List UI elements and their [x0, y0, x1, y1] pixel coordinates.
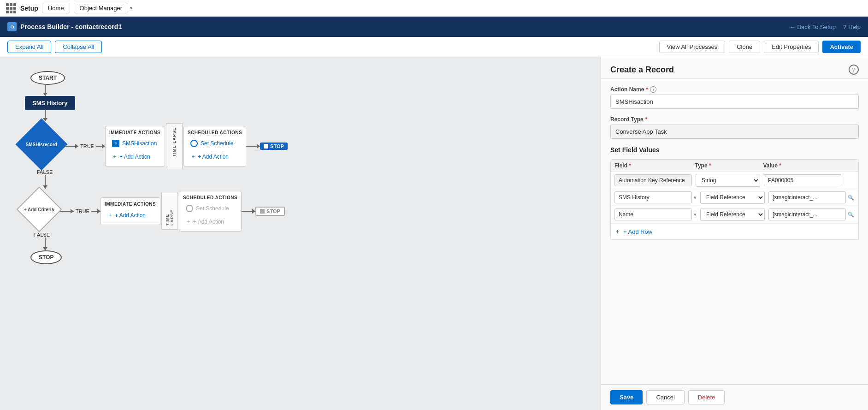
fv-row-3: ▾ String Field Reference Formula 🔍 [611, 206, 858, 223]
fv-row1-value-cell [764, 174, 841, 186]
set-field-values-title: Set Field Values [610, 146, 859, 154]
panel-title: Create a Record [610, 65, 674, 75]
app-grid-icon[interactable] [6, 3, 17, 14]
action-name-required: * [646, 86, 648, 93]
plus-icon-4: ＋ [186, 218, 191, 226]
scheduled-actions-box-2: SCHEDULED ACTIONS Set Schedule ＋ + Add A… [179, 191, 242, 232]
add-action-btn-3[interactable]: ＋ + Add Action [105, 209, 156, 221]
toolbar-right: View All Processes Clone Edit Properties… [659, 41, 861, 53]
record-type-display: Converse App Task [610, 125, 859, 139]
action-name-input[interactable] [610, 95, 859, 109]
time-lapse-box-1: TIME LAPSE [166, 123, 183, 169]
object-manager-nav[interactable]: Object Manager ▾ [74, 3, 133, 13]
expand-all-button[interactable]: Expand All [7, 41, 51, 53]
sms-his-action-icon: ≡ [112, 140, 119, 147]
fv-row1-field-cell [614, 174, 692, 186]
collapse-all-button[interactable]: Collapse All [55, 41, 102, 53]
arrow-false-2 [45, 238, 46, 250]
fv-row3-field-input[interactable] [614, 208, 692, 220]
stop-square-icon-2 [260, 209, 265, 214]
connector-true-1b [96, 146, 105, 147]
fv-row1-type-select[interactable]: String Field Reference Formula [696, 174, 760, 187]
fv-row3-chevron: ▾ [694, 212, 697, 218]
immediate-actions-title-2: IMMEDIATE ACTIONS [105, 202, 156, 207]
pb-header-right: ← Back To Setup ? Help [789, 24, 861, 30]
fv-row3-remove-btn[interactable]: × [858, 211, 859, 218]
setup-title: Setup [20, 5, 38, 12]
home-button[interactable]: Home [42, 3, 70, 13]
panel-footer: Save Cancel Delete [601, 384, 868, 410]
fv-row2-search-icon[interactable]: 🔍 [848, 195, 854, 201]
criteria-row-2: + Add Criteria FALSE TRUE IMMEDIATE ACTI… [18, 189, 285, 238]
help-link[interactable]: ? Help [843, 24, 861, 30]
back-arrow-icon: ← [789, 24, 795, 30]
clock-icon-2 [186, 205, 193, 212]
fv-row3-search-icon[interactable]: 🔍 [848, 212, 854, 218]
panel-help-icon[interactable]: ? [849, 65, 859, 75]
record-type-required: * [645, 116, 648, 123]
add-row-button[interactable]: ＋ + Add Row [611, 223, 858, 239]
fv-row3-value-cell: 🔍 [768, 208, 854, 220]
start-node: START [30, 71, 65, 85]
true-label-2: TRUE [76, 208, 89, 214]
time-lapse-label-1: TIME LAPSE [172, 127, 177, 157]
false-arrow-2-wrapper [45, 238, 46, 250]
fv-row1-field-input[interactable] [614, 174, 692, 186]
sms-his-action-label: SMSHisaction [122, 140, 157, 147]
object-manager-button[interactable]: Object Manager [74, 3, 129, 13]
add-criteria-wrapper: + Add Criteria FALSE [18, 189, 60, 238]
fv-row3-type-cell: String Field Reference Formula [700, 208, 765, 221]
add-action-btn-1[interactable]: ＋ + Add Action [109, 151, 161, 162]
sms-history-node[interactable]: SMS History [25, 96, 75, 110]
action-name-info-icon[interactable]: i [650, 86, 656, 93]
save-button[interactable]: Save [610, 390, 643, 404]
record-type-label: Record Type * [610, 116, 859, 123]
fv-row2-remove-btn[interactable]: × [858, 194, 859, 201]
fv-row3-value-input[interactable] [768, 208, 846, 220]
set-schedule-btn-1[interactable]: Set Schedule [188, 138, 242, 149]
right-panel: Create a Record ? Action Name * i Record… [601, 57, 868, 410]
fv-row-2: ▾ String Field Reference Formula 🔍 [611, 189, 858, 206]
stop-node: STOP [30, 250, 62, 264]
pb-title: Process Builder - contactrecord1 [20, 23, 122, 30]
canvas: START SMS History SMSHisrecord FALSE [0, 57, 601, 410]
pb-header-left: ⚙ Process Builder - contactrecord1 [7, 22, 122, 31]
add-criteria-label: + Add Criteria [24, 207, 54, 212]
set-field-values-group: Set Field Values Field * Type * V [610, 146, 859, 240]
sms-his-record-label: SMSHisrecord [26, 142, 57, 147]
add-action-btn-4[interactable]: ＋ + Add Action [183, 216, 237, 227]
fv-row2-type-cell: String Field Reference Formula [700, 191, 765, 204]
fv-row2-value-input[interactable] [768, 191, 846, 203]
connector-true-1 [65, 146, 78, 147]
connector-to-stop-2 [242, 211, 255, 212]
connector-true-2b [91, 211, 100, 212]
clone-button[interactable]: Clone [729, 41, 760, 53]
edit-properties-button[interactable]: Edit Properties [764, 41, 819, 53]
back-to-setup-link[interactable]: ← Back To Setup [789, 24, 836, 30]
view-all-processes-button[interactable]: View All Processes [659, 41, 726, 53]
value-header: Value * [763, 162, 840, 169]
cancel-button[interactable]: Cancel [646, 390, 684, 404]
record-type-group: Record Type * Converse App Task [610, 116, 859, 139]
immediate-actions-title-1: IMMEDIATE ACTIONS [109, 130, 161, 135]
add-criteria-diamond[interactable]: + Add Criteria [17, 187, 62, 232]
fv-row1-value-input[interactable] [764, 174, 841, 186]
sms-his-record-wrapper: SMSHisrecord FALSE [18, 121, 65, 175]
fv-table-header: Field * Type * Value * [611, 160, 858, 172]
fv-row1-type-cell: String Field Reference Formula [696, 174, 760, 187]
add-action-btn-2[interactable]: ＋ + Add Action [188, 151, 242, 162]
pb-header: ⚙ Process Builder - contactrecord1 ← Bac… [0, 17, 868, 37]
stop-badge-1: STOP [260, 143, 288, 150]
activate-button[interactable]: Activate [822, 41, 861, 53]
arrow-false-1 [45, 175, 46, 189]
fv-row2-field-input[interactable] [614, 191, 692, 203]
scheduled-actions-title-2: SCHEDULED ACTIONS [183, 195, 237, 200]
fv-row3-field-cell: ▾ [614, 208, 697, 220]
sms-his-action-item[interactable]: ≡ SMSHisaction [109, 138, 161, 149]
plus-icon-3: ＋ [107, 211, 113, 219]
sms-his-record-diamond[interactable]: SMSHisrecord [15, 118, 67, 170]
flow-container: START SMS History SMSHisrecord FALSE [18, 71, 582, 264]
delete-button[interactable]: Delete [688, 390, 725, 404]
fv-row3-type-select[interactable]: String Field Reference Formula [700, 208, 765, 221]
fv-row2-type-select[interactable]: String Field Reference Formula [700, 191, 765, 204]
